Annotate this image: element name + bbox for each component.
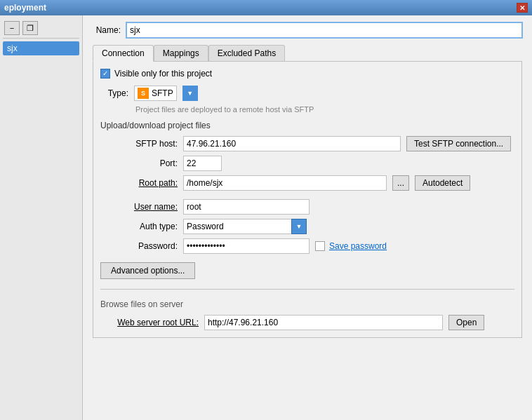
visible-only-checkbox[interactable]: ✓ bbox=[100, 69, 110, 79]
auth-dropdown-button[interactable]: ▼ bbox=[291, 219, 307, 234]
sftp-host-row: SFTP host: Test SFTP connection... bbox=[114, 136, 514, 151]
test-connection-button[interactable]: Test SFTP connection... bbox=[406, 136, 511, 151]
url-row: Web server root URL: Open bbox=[100, 315, 514, 330]
deployment-window: eployment ✕ − ❐ sjx Name: bbox=[0, 0, 532, 420]
tab-connection[interactable]: Connection bbox=[93, 45, 154, 62]
web-server-label: Web server root URL: bbox=[114, 318, 199, 327]
divider bbox=[100, 289, 514, 290]
web-server-url-input[interactable] bbox=[204, 315, 443, 330]
open-button[interactable]: Open bbox=[448, 315, 484, 330]
tab-content: ✓ Visible only for this project Type: S … bbox=[93, 61, 522, 338]
auth-type-row: Auth type: Password ▼ bbox=[114, 219, 514, 234]
advanced-options-button[interactable]: Advanced options... bbox=[100, 262, 195, 279]
tab-excluded-paths[interactable]: Excluded Paths bbox=[208, 45, 285, 61]
visible-only-row: ✓ Visible only for this project bbox=[100, 69, 514, 79]
password-row: Password: Save password bbox=[114, 238, 514, 254]
window-controls: ✕ bbox=[517, 3, 528, 13]
auth-type-select[interactable]: Password ▼ bbox=[183, 219, 307, 234]
port-row: Port: bbox=[114, 156, 514, 171]
sftp-host-input[interactable] bbox=[183, 136, 401, 151]
content-area: − ❐ sjx Name: Connection bbox=[0, 15, 532, 420]
form-grid: SFTP host: Test SFTP connection... Port:… bbox=[100, 136, 514, 254]
sidebar-toolbar: − ❐ bbox=[3, 18, 79, 39]
password-label: Password: bbox=[114, 241, 178, 251]
password-input[interactable] bbox=[183, 238, 310, 254]
save-password-row: Save password bbox=[315, 241, 387, 251]
main-panel: Name: Connection Mappings Excluded Paths bbox=[83, 15, 532, 420]
root-path-row: Root path: ... Autodetect bbox=[114, 175, 514, 191]
user-name-input[interactable] bbox=[183, 199, 310, 215]
type-label: Type: bbox=[100, 88, 128, 98]
root-path-label: Root path: bbox=[114, 178, 178, 188]
check-icon: ✓ bbox=[102, 70, 108, 77]
upload-section-label: Upload/download project files bbox=[100, 121, 514, 130]
browse-section-label: Browse files on server bbox=[100, 299, 514, 309]
minus-button[interactable]: − bbox=[4, 21, 20, 35]
auth-type-label: Auth type: bbox=[114, 222, 178, 231]
tab-mappings[interactable]: Mappings bbox=[154, 45, 208, 61]
name-input[interactable] bbox=[126, 22, 522, 38]
name-row: Name: bbox=[93, 22, 522, 38]
port-label: Port: bbox=[114, 158, 178, 168]
type-row: Type: S SFTP ▼ bbox=[100, 86, 514, 101]
browse-button[interactable]: ... bbox=[392, 175, 409, 191]
user-name-row: User name: bbox=[114, 199, 514, 215]
minus-icon: − bbox=[10, 24, 14, 32]
type-select[interactable]: S SFTP bbox=[134, 86, 177, 101]
root-path-input[interactable] bbox=[183, 175, 387, 191]
tabs: Connection Mappings Excluded Paths bbox=[93, 45, 522, 61]
save-password-label[interactable]: Save password bbox=[329, 241, 387, 251]
title-bar: eployment ✕ bbox=[0, 0, 532, 15]
window-title: eployment bbox=[4, 3, 46, 13]
chevron-down-icon: ▼ bbox=[187, 90, 193, 97]
type-value: SFTP bbox=[152, 88, 173, 98]
autodetect-button[interactable]: Autodetect bbox=[415, 175, 470, 191]
close-button[interactable]: ✕ bbox=[517, 3, 528, 13]
auth-type-value: Password bbox=[183, 219, 291, 234]
chevron-down-icon: ▼ bbox=[296, 223, 302, 230]
copy-icon: ❐ bbox=[27, 24, 34, 33]
type-hint: Project files are deployed to a remote h… bbox=[135, 105, 514, 114]
sftp-icon: S bbox=[138, 88, 149, 99]
type-dropdown-button[interactable]: ▼ bbox=[182, 86, 198, 101]
visible-only-label: Visible only for this project bbox=[114, 69, 212, 79]
name-label: Name: bbox=[93, 25, 121, 35]
copy-button[interactable]: ❐ bbox=[22, 21, 38, 35]
sidebar-item-sjx[interactable]: sjx bbox=[3, 41, 79, 55]
save-password-checkbox[interactable] bbox=[315, 241, 325, 251]
sidebar: − ❐ sjx bbox=[0, 15, 83, 420]
port-input[interactable] bbox=[183, 156, 222, 171]
user-name-label: User name: bbox=[114, 202, 178, 212]
sftp-host-label: SFTP host: bbox=[114, 139, 178, 149]
